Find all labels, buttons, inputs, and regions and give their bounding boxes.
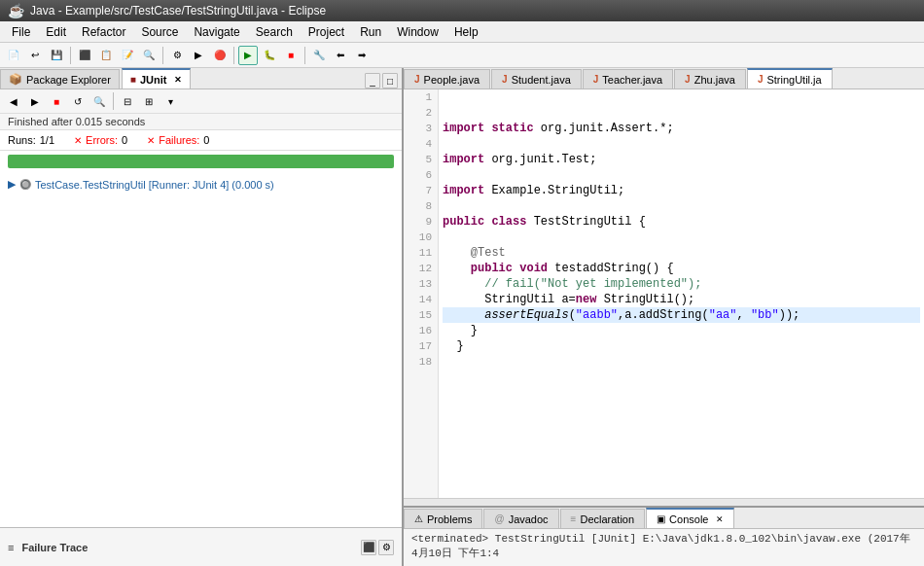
people-tab-icon: J (414, 74, 420, 85)
code-content[interactable]: import static org.junit.Assert.*; import… (439, 89, 924, 498)
toolbar-sep4 (304, 47, 305, 64)
junit-prev-btn[interactable]: ◀ (4, 91, 23, 111)
menu-refactor[interactable]: Refactor (74, 21, 133, 42)
tab-declaration[interactable]: ≡ Declaration (560, 509, 645, 528)
menu-window[interactable]: Window (389, 21, 446, 42)
code-line: } (443, 338, 920, 354)
toolbar: 📄 ↩ 💾 ⬛ 📋 📝 🔍 ⚙ ▶ 🔴 ▶ 🐛 ■ 🔧 ⬅ ➡ (0, 43, 924, 68)
code-line: // fail("Not yet implemented"); (443, 276, 920, 292)
toolbar-btn9[interactable]: ▶ (189, 46, 208, 65)
code-line (443, 354, 920, 370)
teacher-tab-icon: J (593, 74, 599, 85)
toolbar-btn10[interactable]: 🔴 (210, 46, 230, 65)
menu-help[interactable]: Help (446, 21, 486, 42)
maximize-panel-btn[interactable]: □ (382, 73, 398, 88)
horizontal-scrollbar[interactable] (404, 498, 924, 506)
menu-navigate[interactable]: Navigate (186, 21, 247, 42)
toolbar-btn5[interactable]: 📋 (96, 46, 116, 65)
tab-problems[interactable]: ⚠ Problems (404, 509, 482, 528)
junit-status: Finished after 0.015 seconds (0, 114, 402, 130)
left-panel: 📦 Package Explorer ■ JUnit ✕ _ □ ◀ ▶ ■ ↺… (0, 68, 404, 566)
minimize-panel-btn[interactable]: _ (365, 73, 380, 88)
tab-console[interactable]: ▣ Console ✕ (646, 508, 734, 528)
app-icon: ☕ (8, 3, 24, 18)
junit-stop-btn[interactable]: ■ (47, 91, 66, 111)
problems-icon: ⚠ (414, 513, 423, 524)
code-line (443, 105, 920, 121)
stringutil-tab-icon: J (758, 74, 764, 85)
javadoc-label: Javadoc (509, 513, 549, 525)
menu-source[interactable]: Source (133, 21, 186, 42)
student-tab-icon: J (502, 74, 508, 85)
menu-run[interactable]: Run (352, 21, 389, 42)
code-line-highlighted: assertEquals("aabb",a.addString("aa", "b… (443, 307, 920, 323)
tab-zhu[interactable]: J Zhu.java (674, 69, 746, 88)
code-line: import org.junit.Test; (443, 152, 920, 167)
panel-tab-actions: _ □ (365, 73, 402, 88)
junit-more-btn[interactable]: ▾ (160, 91, 180, 111)
failure-trace-label: Failure Trace (21, 542, 88, 553)
toolbar-btn11[interactable]: 🔧 (309, 46, 329, 65)
student-tab-label: Student.java (512, 74, 571, 86)
main-container: 📦 Package Explorer ■ JUnit ✕ _ □ ◀ ▶ ■ ↺… (0, 68, 924, 566)
junit-close-icon[interactable]: ✕ (174, 75, 182, 85)
toolbar-btn7[interactable]: 🔍 (139, 46, 159, 65)
tab-junit[interactable]: ■ JUnit ✕ (122, 68, 192, 88)
code-line: } (443, 323, 920, 338)
junit-stats: Runs: 1/1 ✕ Errors: 0 ✕ Failures: 0 (0, 130, 402, 151)
code-editor[interactable]: 1 2 3 4 5 6 7 8 9 10 11 12 13 14 15 16 1… (404, 89, 924, 498)
toolbar-btn2[interactable]: ↩ (25, 46, 45, 65)
tab-student[interactable]: J Student.java (491, 69, 582, 88)
code-line (443, 198, 920, 214)
teacher-tab-label: Teacher.java (602, 74, 662, 86)
toolbar-btn3[interactable]: 💾 (47, 46, 66, 65)
junit-toolbar: ◀ ▶ ■ ↺ 🔍 ⊟ ⊞ ▾ (0, 89, 402, 114)
failure-trace-btn1[interactable]: ⬛ (361, 540, 376, 555)
console-close-icon[interactable]: ✕ (716, 514, 724, 524)
toolbar-btn13[interactable]: ➡ (352, 46, 372, 65)
menu-project[interactable]: Project (301, 21, 352, 42)
javadoc-icon: @ (494, 513, 504, 524)
junit-tree-item[interactable]: ▶ 🔘 TestCase.TestStringUtil [Runner: JUn… (8, 176, 394, 193)
toolbar-stop[interactable]: ■ (281, 46, 301, 65)
junit-rerun-btn[interactable]: ↺ (68, 91, 88, 111)
menu-edit[interactable]: Edit (38, 21, 74, 42)
window-title: Java - Example/src/TestCase/TestStringUt… (30, 4, 326, 18)
junit-collapse-btn[interactable]: ⊟ (118, 91, 137, 111)
menu-search[interactable]: Search (248, 21, 301, 42)
tab-teacher[interactable]: J Teacher.java (583, 69, 673, 88)
code-line (443, 89, 920, 105)
toolbar-btn12[interactable]: ⬅ (331, 46, 350, 65)
junit-next-btn[interactable]: ▶ (25, 91, 45, 111)
code-line (443, 230, 920, 245)
toolbar-run[interactable]: ▶ (238, 46, 258, 65)
tab-stringutil[interactable]: J StringUtil.ja (747, 68, 833, 88)
toolbar-new[interactable]: 📄 (4, 46, 23, 65)
failure-trace-btn2[interactable]: ⚙ (378, 540, 394, 555)
tab-package-explorer[interactable]: 📦 Package Explorer (0, 69, 120, 88)
menu-bar: File Edit Refactor Source Navigate Searc… (0, 21, 924, 43)
toolbar-btn4[interactable]: ⬛ (75, 46, 94, 65)
junit-sep (113, 92, 114, 110)
code-line: public class TestStringUtil { (443, 214, 920, 230)
junit-panel: ◀ ▶ ■ ↺ 🔍 ⊟ ⊞ ▾ Finished after 0.015 sec… (0, 89, 402, 527)
error-icon: ✕ (74, 135, 82, 146)
tab-people[interactable]: J People.java (404, 69, 490, 88)
junit-status-text: Finished after 0.015 seconds (8, 116, 145, 127)
failure-trace-actions: ⬛ ⚙ (361, 540, 394, 555)
junit-filter-btn[interactable]: 🔍 (89, 91, 109, 111)
toolbar-btn6[interactable]: 📝 (118, 46, 137, 65)
failures-label: Failures: (159, 134, 199, 146)
package-explorer-label: Package Explorer (26, 74, 111, 86)
right-panel: J People.java J Student.java J Teacher.j… (404, 68, 924, 566)
toolbar-btn8[interactable]: ⚙ (167, 46, 187, 65)
junit-expand-btn[interactable]: ⊞ (139, 91, 159, 111)
code-line: @Test (443, 245, 920, 261)
menu-file[interactable]: File (4, 21, 38, 42)
toolbar-debug[interactable]: 🐛 (260, 46, 279, 65)
console-text: <terminated> TestStringUtil [JUnit] E:\J… (411, 533, 910, 559)
tab-javadoc[interactable]: @ Javadoc (483, 509, 558, 528)
declaration-label: Declaration (580, 513, 634, 525)
runs-label: Runs: (8, 134, 36, 146)
code-line: import Example.StringUtil; (443, 183, 920, 198)
